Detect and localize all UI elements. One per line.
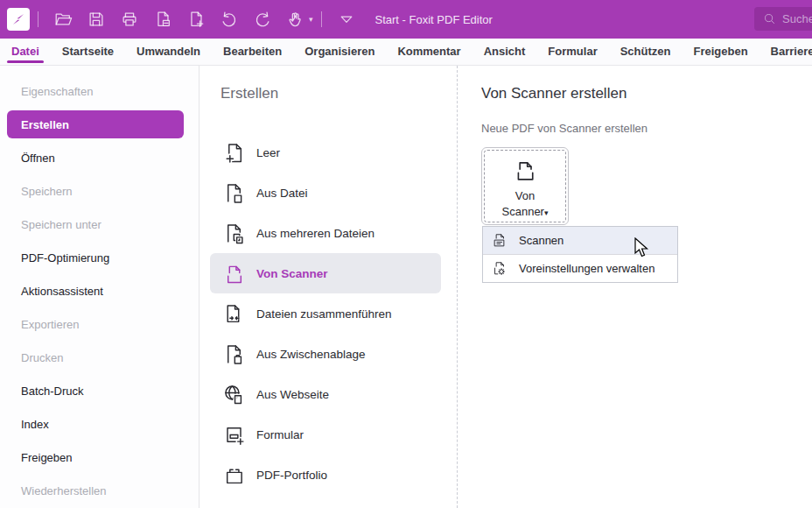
create-panel-title: Erstellen (220, 85, 457, 102)
tab-ansicht[interactable]: Ansicht (472, 39, 537, 65)
tab-kommentar[interactable]: Kommentar (386, 39, 472, 65)
sidebar-item-oeffnen[interactable]: Öffnen (0, 141, 199, 174)
portfolio-icon (223, 464, 245, 486)
foxit-logo (7, 8, 30, 31)
create-item-formular[interactable]: Formular (210, 414, 441, 455)
von-scanner-button[interactable]: Von Scanner▾ (481, 147, 569, 225)
from-clipboard-icon (223, 343, 245, 365)
sidebar-item-aktionsassistent[interactable]: Aktionsassistent (0, 274, 199, 307)
create-item-label: Formular (256, 428, 304, 441)
tab-startseite[interactable]: Startseite (51, 39, 125, 65)
create-item-pdf-portfolio[interactable]: PDF-Portfolio (210, 455, 441, 495)
sidebar-item-index[interactable]: Index (0, 407, 199, 441)
from-file-icon (223, 182, 245, 204)
search-placeholder: Suchen (782, 12, 812, 25)
caret-down-icon: ▾ (544, 208, 549, 217)
undo-icon[interactable] (220, 10, 239, 29)
detail-panel: Von Scanner erstellen Neue PDF von Scann… (458, 66, 812, 508)
redo-icon[interactable] (253, 10, 272, 29)
sidebar-item-wiederherstellen: Wiederherstellen (0, 474, 199, 507)
tab-freigeben[interactable]: Freigeben (682, 39, 759, 65)
blank-page-icon (223, 142, 245, 164)
create-item-leer[interactable]: Leer (210, 132, 441, 173)
create-item-label: Aus Webseite (256, 388, 329, 401)
window-title: Start - Foxit PDF Editor (375, 13, 493, 26)
sidebar-item-erstellen[interactable]: Erstellen (7, 110, 184, 138)
hand-tool-icon[interactable] (286, 10, 305, 29)
scanner-dropdown-menu: Scannen Voreinstellungen verwalten (482, 226, 678, 283)
file-menu-sidebar: Eigenschaften Erstellen Öffnen Speichern… (0, 66, 200, 508)
from-multiple-files-icon (223, 222, 245, 244)
save-icon[interactable] (87, 10, 106, 29)
create-item-aus-datei[interactable]: Aus Datei (210, 173, 441, 213)
create-panel: Erstellen Leer Aus Datei Aus mehreren Da… (200, 66, 458, 508)
detail-panel-subtitle: Neue PDF von Scanner erstellen (481, 122, 648, 135)
create-item-dateien-zusammenfuehren[interactable]: Dateien zusammenführen (210, 293, 441, 334)
sidebar-item-drucken: Drucken (0, 341, 199, 374)
open-folder-icon[interactable] (53, 10, 73, 29)
create-item-von-scanner[interactable]: Von Scanner (210, 253, 441, 293)
ribbon-tab-bar: Datei Startseite Umwandeln Bearbeiten Or… (0, 39, 812, 66)
menu-item-voreinstellungen-verwalten[interactable]: Voreinstellungen verwalten (483, 255, 677, 282)
create-item-label: Von Scanner (256, 267, 328, 280)
search-icon (763, 12, 776, 25)
tab-schuetzen[interactable]: Schützen (609, 39, 682, 65)
scan-icon (492, 232, 508, 249)
print-icon[interactable] (120, 10, 139, 29)
sidebar-item-exportieren: Exportieren (0, 307, 199, 341)
title-bar: ▾ Start - Foxit PDF Editor Suchen (0, 0, 812, 39)
backstage-view: Eigenschaften Erstellen Öffnen Speichern… (0, 66, 812, 508)
hand-tool-caret-icon[interactable]: ▾ (309, 15, 313, 24)
create-item-aus-webseite[interactable]: Aus Webseite (210, 374, 441, 414)
from-web-icon (223, 384, 245, 406)
tab-bearbeiten[interactable]: Bearbeiten (212, 39, 293, 65)
tab-datei[interactable]: Datei (0, 39, 51, 65)
sidebar-item-speichern-unter: Speichern unter (0, 208, 199, 241)
tab-barrierefreiheit[interactable]: Barrierefreiheit (760, 39, 812, 65)
create-item-aus-zwischenablage[interactable]: Aus Zwischenablage (210, 334, 441, 374)
tab-umwandeln[interactable]: Umwandeln (125, 39, 212, 65)
detail-panel-title: Von Scanner erstellen (481, 85, 626, 102)
create-item-label: Aus Datei (256, 187, 308, 200)
create-list: Leer Aus Datei Aus mehreren Dateien Von … (200, 132, 457, 495)
toolbar-divider (38, 11, 38, 27)
page-plus-icon[interactable] (186, 10, 206, 29)
scanner-icon (223, 263, 245, 285)
menu-item-label: Scannen (519, 234, 564, 247)
sidebar-item-freigeben[interactable]: Freigeben (0, 441, 199, 474)
sidebar-item-batch-druck[interactable]: Batch-Druck (0, 374, 199, 407)
sidebar-item-eigenschaften: Eigenschaften (0, 74, 199, 108)
page-minus-icon[interactable] (153, 10, 172, 29)
create-item-label: Aus mehreren Dateien (256, 227, 374, 240)
create-item-label: PDF-Portfolio (256, 469, 327, 482)
toolbar-divider (321, 11, 322, 27)
sidebar-item-pdf-optimierung[interactable]: PDF-Optimierung (0, 241, 199, 274)
search-input[interactable]: Suchen (754, 7, 812, 31)
create-item-label: Dateien zusammenführen (256, 307, 392, 321)
scan-settings-icon (492, 260, 508, 277)
ribbon-dropdown-icon[interactable] (337, 10, 356, 29)
form-icon (223, 424, 245, 446)
tab-formular[interactable]: Formular (536, 39, 608, 65)
von-scanner-button-label-line1: Von (502, 188, 549, 204)
menu-item-scannen[interactable]: Scannen (483, 227, 677, 255)
scanner-icon (512, 159, 538, 183)
combine-files-icon (223, 303, 245, 325)
create-item-aus-mehreren-dateien[interactable]: Aus mehreren Dateien (210, 213, 441, 253)
menu-item-label: Voreinstellungen verwalten (519, 262, 654, 275)
sidebar-item-speichern: Speichern (0, 174, 199, 208)
tab-organisieren[interactable]: Organisieren (293, 39, 386, 65)
create-item-label: Leer (256, 146, 280, 159)
create-item-label: Aus Zwischenablage (256, 348, 366, 361)
von-scanner-button-label-line2: Scanner (502, 205, 544, 218)
